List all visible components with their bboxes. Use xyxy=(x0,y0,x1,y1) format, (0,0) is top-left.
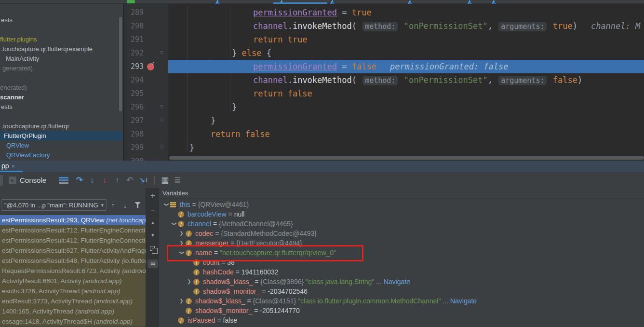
code-editor[interactable]: 289 permissionGranted = true 290 channel… xyxy=(124,4,644,161)
flutter-tab-icon[interactable] xyxy=(492,0,496,4)
frame-row[interactable]: RequestPermissionsResult:6723, Activity … xyxy=(0,266,146,276)
line-number: 297 xyxy=(127,114,144,127)
frame-row[interactable]: 1400:165, ActivityThread (android.app) xyxy=(0,306,146,316)
frame-row[interactable]: estPermissionsResult:293, QRView (net.to… xyxy=(0,215,146,225)
force-step-into-icon[interactable]: ↓ xyxy=(98,176,111,185)
variable-row[interactable]: ❯ codec = {StandardMethodCodec@4493} xyxy=(159,229,644,238)
fold-marker-icon[interactable]: ⌂ xyxy=(160,100,163,114)
fold-marker-icon[interactable]: ⌂ xyxy=(160,141,163,154)
gutter-cell[interactable]: 289 xyxy=(124,6,168,19)
fold-marker-icon[interactable]: ⌂ xyxy=(160,46,163,60)
close-icon[interactable]: × xyxy=(12,163,15,170)
threads-dropdown[interactable]: "@4,070 in ...p "main": RUNNING ▾ xyxy=(1,199,107,211)
chevron-right-icon[interactable]: ❯ xyxy=(178,229,185,238)
code-line: 290 channel.invokeMethod( method: "onPer… xyxy=(124,19,644,33)
tree-item[interactable] xyxy=(0,25,123,35)
variable-row[interactable]: barcodeView = null xyxy=(159,209,644,219)
filter-icon[interactable] xyxy=(134,202,141,208)
gutter-cell[interactable]: 290 xyxy=(124,19,168,33)
watch-values-icon[interactable]: ∞ xyxy=(148,259,158,268)
add-watch-icon[interactable]: + xyxy=(146,191,160,201)
remove-watch-icon[interactable]: − xyxy=(146,206,160,215)
line-number: 293 xyxy=(127,60,144,73)
variable-row[interactable]: ❯ shadow$_klass_ = {Class@3896} "class j… xyxy=(159,277,644,286)
flutter-tab-icon[interactable] xyxy=(408,0,412,4)
scrollbar-thumb[interactable] xyxy=(119,17,122,111)
code-line: 298 return false xyxy=(124,127,644,141)
tree-item[interactable]: ests xyxy=(0,102,123,112)
tree-item[interactable]: generated) xyxy=(0,64,123,73)
tree-item[interactable]: enerated) xyxy=(0,83,123,93)
tree-item[interactable]: scanner xyxy=(0,93,123,102)
next-frame-icon[interactable]: ↓ xyxy=(119,201,131,209)
layout-settings-icon[interactable]: ≣ xyxy=(171,175,184,185)
variable-row[interactable]: ❯ channel = {MethodChannel@4465} xyxy=(159,219,644,229)
frame-row[interactable]: ActivityResult:6601, Activity (android.a… xyxy=(0,276,146,286)
gutter-cell[interactable]: 292 ⌂ xyxy=(124,46,168,60)
frame-row[interactable]: estPermissionsResult:712, FlutterEngineC… xyxy=(0,225,146,235)
frame-row[interactable]: endResult:3773, ActivityThread (android.… xyxy=(0,296,146,306)
flutter-tab-icon[interactable] xyxy=(215,0,220,4)
gutter-cell[interactable]: 296 ⌂ xyxy=(124,100,168,114)
horizontal-scrollbar[interactable] xyxy=(169,156,644,160)
move-down-icon[interactable]: ▼ xyxy=(146,232,160,238)
variable-row[interactable]: isPaused = false xyxy=(159,315,644,325)
frame-row[interactable]: estPermissionsResult:412, FlutterEngineC… xyxy=(0,235,146,245)
gutter-cell[interactable]: 298 xyxy=(124,127,168,141)
gutter-cell[interactable]: 297 ⌂ xyxy=(124,114,168,127)
threads-view-icon[interactable] xyxy=(59,177,68,184)
gutter-cell[interactable]: 299 ⌂ xyxy=(124,141,168,154)
variables-tree: ❯ this = {QRView@4461} barcodeView = nul… xyxy=(159,200,644,325)
move-up-icon[interactable]: ▲ xyxy=(146,220,160,225)
code-line: 291 return true xyxy=(124,33,644,46)
tree-item[interactable]: MainActivity xyxy=(0,54,123,64)
code-text: } xyxy=(168,141,644,154)
variable-row[interactable]: ❯ this = {QRView@4461} xyxy=(159,200,644,209)
line-number: 292 xyxy=(127,46,144,60)
chevron-right-icon[interactable]: ❯ xyxy=(178,296,185,306)
tree-item[interactable]: .touchcapture.qr.flutterqrexample xyxy=(0,44,123,54)
step-into-icon[interactable]: ↓ xyxy=(86,176,98,185)
navigate-link[interactable]: Navigate xyxy=(384,277,410,286)
gutter-cell[interactable]: 294 xyxy=(124,73,168,87)
gutter-cell[interactable]: 300 xyxy=(124,154,168,161)
variable-row[interactable]: ❯ shadow$_klass_ = {Class@4151} "class i… xyxy=(159,296,644,306)
tree-item[interactable]: QRViewFactory xyxy=(0,150,123,160)
variable-row[interactable]: hashCode = 1941160032 xyxy=(159,267,644,277)
run-to-cursor-icon[interactable]: ↘ I xyxy=(136,176,150,185)
gutter-cell[interactable]: 295 xyxy=(124,87,168,100)
variable-name: codec xyxy=(195,229,213,238)
flutter-tab-icon[interactable] xyxy=(330,0,335,4)
gutter-cell[interactable]: 293 ✓ xyxy=(124,60,168,73)
evaluate-expression-icon[interactable]: ▦ xyxy=(159,175,171,185)
tree-item[interactable]: ests xyxy=(0,15,123,25)
frame-row[interactable]: estPermissionsResult:627, FlutterActivit… xyxy=(0,245,146,256)
frame-row[interactable]: esults:3726, ActivityThread (android.app… xyxy=(0,286,146,296)
tree-item[interactable] xyxy=(0,112,123,122)
step-over-icon[interactable]: ↷ xyxy=(73,175,86,185)
field-icon xyxy=(177,211,185,218)
equals-sign: = xyxy=(211,219,219,229)
prev-frame-icon[interactable]: ↑ xyxy=(107,201,119,209)
tree-item[interactable]: FlutterQrPlugin xyxy=(0,131,123,141)
chevron-right-icon[interactable]: ❯ xyxy=(186,277,193,286)
tree-item[interactable]: QRView xyxy=(0,141,123,150)
tab-console[interactable]: ▸ Console xyxy=(9,176,46,184)
fold-marker-icon[interactable]: ⌂ xyxy=(160,114,163,127)
frame-row[interactable]: essage:1418, ActivityThread$H (android.a… xyxy=(0,316,146,327)
flutter-tab-icon[interactable] xyxy=(468,0,472,4)
variable-row[interactable]: shadow$_monitor_ = -2034702546 xyxy=(159,286,644,296)
frame-row[interactable]: estPermissionsResult:648, FlutterActivit… xyxy=(0,256,146,266)
step-out-icon[interactable]: ↑ xyxy=(111,176,123,185)
navigate-link[interactable]: Navigate xyxy=(450,296,477,306)
code-token: arguments: xyxy=(498,22,547,31)
duplicate-icon[interactable] xyxy=(150,246,155,251)
tree-item[interactable]: .touchcapture.qr.flutterqr xyxy=(0,122,123,131)
tree-item[interactable]: flutter.plugins xyxy=(0,35,123,44)
code-text: channel.invokeMethod( method: "onPermiss… xyxy=(168,73,644,87)
drop-frame-icon[interactable]: ↶ xyxy=(123,175,136,185)
console-icon: ▸ xyxy=(9,177,16,184)
gutter-cell[interactable]: 291 xyxy=(124,33,168,46)
tree-item[interactable] xyxy=(0,73,123,83)
variable-row[interactable]: shadow$_monitor_ = -2051244770 xyxy=(159,306,644,315)
